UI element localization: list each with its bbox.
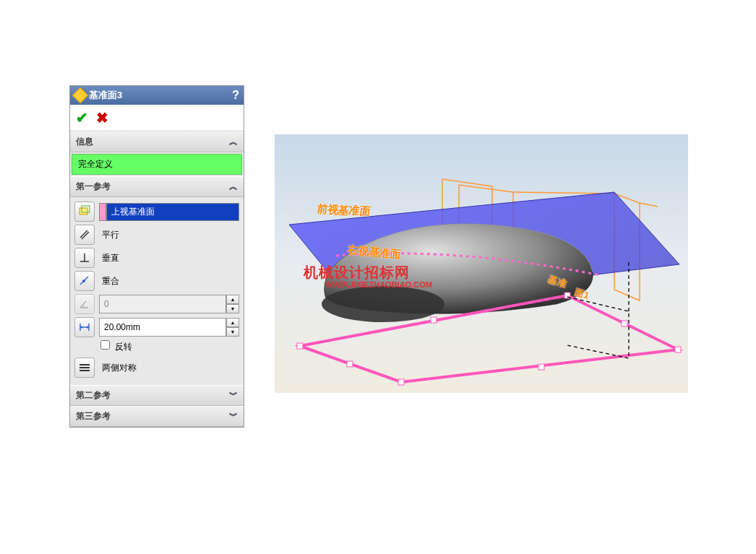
svg-point-16 — [322, 286, 444, 322]
distance-input[interactable] — [99, 318, 226, 337]
svg-rect-0 — [80, 208, 87, 215]
ref2-header[interactable]: 第二参考 ︾ — [70, 385, 244, 406]
perpendicular-label: 垂直 — [99, 252, 119, 264]
action-bar: ✔ ✖ — [70, 105, 244, 131]
feature-title: 基准面3 — [89, 89, 122, 102]
expand-icon: ︾ — [229, 410, 238, 423]
ref1-selected-value: 上视基准面 — [106, 203, 239, 221]
expand-icon: ︾ — [229, 389, 238, 402]
help-button[interactable]: ? — [232, 89, 239, 102]
watermark-sub: WWW.JIXIEZHAOBIAO.COM — [325, 280, 432, 289]
feature-property-panel: 基准面3 ? ✔ ✖ 信息 ︽ 完全定义 第一参考 ︽ 上视基准面 平行 — [69, 85, 244, 428]
svg-point-7 — [82, 280, 85, 282]
ref3-title: 第三参考 — [76, 410, 111, 423]
svg-rect-24 — [538, 364, 544, 370]
distance-down[interactable]: ▼ — [226, 327, 239, 337]
distance-row: ▲ ▼ — [74, 317, 239, 337]
ref1-title: 第一参考 — [76, 181, 111, 193]
coincident-icon — [74, 271, 95, 291]
status-banner: 完全定义 — [72, 154, 242, 175]
midplane-label: 两侧对称 — [99, 362, 137, 374]
angle-icon — [74, 294, 95, 314]
svg-rect-21 — [398, 379, 404, 385]
coincident-label: 重合 — [99, 275, 119, 287]
angle-input — [99, 295, 226, 313]
flip-label: 反转 — [115, 342, 132, 352]
flip-row[interactable]: 反转 — [74, 340, 239, 353]
svg-rect-23 — [622, 321, 627, 326]
info-title: 信息 — [76, 136, 93, 148]
collapse-icon: ︽ — [229, 181, 238, 193]
midplane-icon — [74, 358, 95, 378]
ref3-header[interactable]: 第三参考 ︾ — [70, 406, 244, 427]
collapse-icon: ︽ — [229, 136, 238, 148]
perpendicular-icon — [74, 248, 95, 268]
cancel-button[interactable]: ✖ — [96, 110, 108, 126]
selection-icon[interactable] — [74, 202, 95, 222]
perpendicular-option[interactable]: 垂直 — [74, 248, 239, 268]
midplane-option[interactable]: 两侧对称 — [74, 358, 239, 378]
coincident-option[interactable]: 重合 — [74, 271, 239, 291]
watermark-main: 机械设计招标网 — [304, 263, 410, 282]
distance-icon[interactable] — [74, 317, 95, 337]
ref1-selection-field[interactable]: 上视基准面 — [99, 203, 239, 221]
angle-row: ▲ ▼ — [74, 294, 239, 314]
distance-up[interactable]: ▲ — [226, 318, 239, 327]
front-plane-label: 前视基准面 — [316, 202, 371, 219]
flip-checkbox[interactable] — [100, 340, 110, 350]
plane-feature-icon — [72, 87, 89, 104]
svg-rect-18 — [297, 343, 303, 349]
svg-rect-22 — [431, 317, 437, 323]
angle-down: ▼ — [226, 304, 239, 313]
ref1-body: 上视基准面 平行 垂直 重合 ▲ — [70, 197, 244, 385]
selection-color-tag — [99, 203, 106, 221]
parallel-option[interactable]: 平行 — [74, 225, 239, 245]
panel-title-bar: 基准面3 ? — [70, 86, 244, 105]
ref2-title: 第二参考 — [76, 389, 111, 402]
ref1-header[interactable]: 第一参考 ︽ — [70, 176, 244, 197]
ref1-selection-row: 上视基准面 — [74, 202, 239, 222]
svg-rect-20 — [675, 347, 681, 352]
parallel-label: 平行 — [99, 229, 119, 241]
graphics-viewport[interactable]: 前视基准面 右视基准面 基准 面1 机械设计招标网 WWW.JIXIEZHAOB… — [275, 134, 688, 393]
parallel-icon — [74, 225, 95, 245]
info-header[interactable]: 信息 ︽ — [70, 131, 244, 152]
angle-spinner: ▲ ▼ — [226, 295, 239, 313]
angle-up: ▲ — [226, 295, 239, 304]
svg-rect-25 — [347, 361, 353, 367]
ok-button[interactable]: ✔ — [76, 110, 88, 126]
distance-spinner[interactable]: ▲ ▼ — [226, 318, 239, 337]
